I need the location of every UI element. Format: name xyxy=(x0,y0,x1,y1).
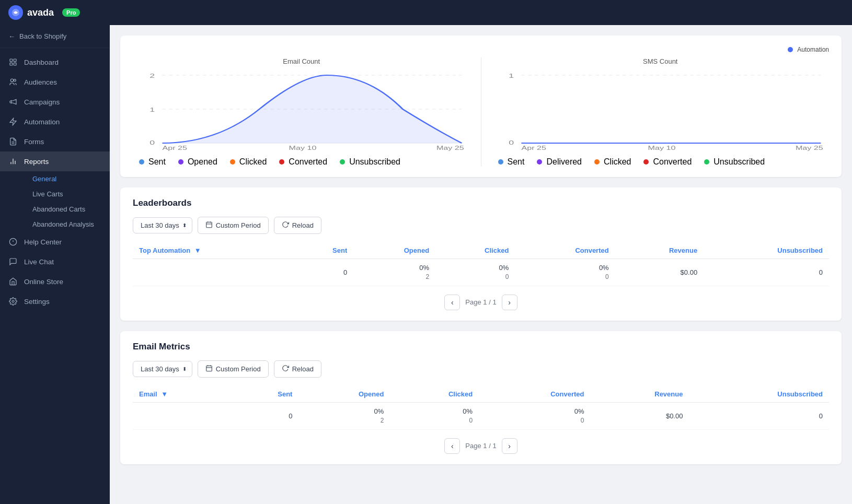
sidebar-item-dashboard[interactable]: Dashboard xyxy=(0,52,110,72)
sidebar-item-forms[interactable]: Forms xyxy=(0,132,110,151)
legend-sent: Sent xyxy=(139,157,166,167)
row-name xyxy=(133,259,294,286)
main-content: Automation Email Count 2 1 0 xyxy=(110,25,852,504)
svg-text:0: 0 xyxy=(149,139,155,146)
email-converted-header[interactable]: Converted xyxy=(479,386,590,403)
sms-legend: Sent Delivered Clicked xyxy=(492,157,830,167)
sms-legend-sent: Sent xyxy=(498,157,525,167)
sidebar-item-audiences[interactable]: Audiences xyxy=(0,72,110,92)
back-label: Back to Shopify xyxy=(19,32,66,40)
unsubscribed-dot xyxy=(340,159,345,165)
email-metrics-custom-period-btn[interactable]: Custom Period xyxy=(198,360,269,378)
sort-arrow: ▼ xyxy=(194,247,201,254)
sms-delivered-dot xyxy=(537,159,542,165)
svg-text:2: 2 xyxy=(149,73,155,79)
sms-sent-dot xyxy=(498,159,503,165)
store-icon xyxy=(8,277,18,286)
message-icon xyxy=(8,257,18,266)
converted-label: Converted xyxy=(289,157,327,167)
unsubscribed-label: Unsubscribed xyxy=(349,157,400,167)
email-row-name xyxy=(133,402,233,429)
sidebar-item-reports[interactable]: Reports xyxy=(0,151,110,171)
sidebar-item-campaigns[interactable]: Campaigns xyxy=(0,92,110,112)
legend-opened: Opened xyxy=(178,157,217,167)
email-revenue-header[interactable]: Revenue xyxy=(590,386,689,403)
sms-unsubscribed-dot xyxy=(704,159,709,165)
sms-sent-label: Sent xyxy=(508,157,525,167)
email-metrics-period-select[interactable]: Last 30 days ⬍ xyxy=(133,361,192,377)
email-metrics-header-row: Email ▼ Sent Opened Clicked Converted Re… xyxy=(133,386,829,403)
prev-page-btn[interactable]: ‹ xyxy=(444,295,460,310)
sms-legend-unsubscribed: Unsubscribed xyxy=(704,157,765,167)
back-to-shopify[interactable]: ← Back to Shopify xyxy=(0,25,110,48)
topbar: avada Pro xyxy=(0,0,852,25)
sidebar: ← Back to Shopify Dashboard Audiences xyxy=(0,25,110,504)
chart-header: Automation xyxy=(133,46,829,53)
bar-chart-icon xyxy=(8,157,18,166)
email-metrics-reload-btn[interactable]: Reload xyxy=(274,360,321,378)
sidebar-item-settings[interactable]: Settings xyxy=(0,291,110,311)
email-unsubscribed-header[interactable]: Unsubscribed xyxy=(689,386,829,403)
email-legend: Sent Opened Clicked xyxy=(133,157,470,167)
email-row-converted: 0% 0 xyxy=(479,402,590,429)
svg-rect-2 xyxy=(14,59,16,62)
email-custom-period-label: Custom Period xyxy=(216,365,261,373)
email-prev-page-btn[interactable]: ‹ xyxy=(444,438,460,454)
leaderboards-period-label: Last 30 days xyxy=(141,221,179,229)
sent-header[interactable]: Sent xyxy=(294,242,353,259)
opened-header[interactable]: Opened xyxy=(353,242,435,259)
clicked-header[interactable]: Clicked xyxy=(435,242,515,259)
sidebar-item-store[interactable]: Online Store xyxy=(0,272,110,291)
leaderboards-period-select[interactable]: Last 30 days ⬍ xyxy=(133,217,192,233)
email-chart-title: Email Count xyxy=(133,57,470,65)
opened-dot xyxy=(178,159,183,165)
email-clicked-header[interactable]: Clicked xyxy=(390,386,479,403)
sidebar-sub-item-abandonedcarts[interactable]: Abandoned Carts xyxy=(24,202,110,217)
svg-point-16 xyxy=(12,300,14,302)
email-chart-wrapper: Email Count 2 1 0 xyxy=(133,57,470,167)
logo: avada Pro xyxy=(8,5,80,20)
sidebar-nav: Dashboard Audiences Campaigns Automation xyxy=(0,48,110,504)
email-opened-header[interactable]: Opened xyxy=(298,386,390,403)
converted-header[interactable]: Converted xyxy=(515,242,615,259)
sent-label: Sent xyxy=(148,157,166,167)
sidebar-item-automation[interactable]: Automation xyxy=(0,112,110,132)
unsubscribed-header[interactable]: Unsubscribed xyxy=(704,242,829,259)
sidebar-item-help[interactable]: Help Center xyxy=(0,232,110,252)
email-metrics-pagination: ‹ Page 1 / 1 › xyxy=(133,438,829,454)
custom-period-label: Custom Period xyxy=(216,221,261,229)
opened-label: Opened xyxy=(188,157,217,167)
sidebar-item-label: Online Store xyxy=(24,278,63,286)
calendar-icon xyxy=(205,221,213,230)
email-metrics-card: Email Metrics Last 30 days ⬍ Custom Peri… xyxy=(120,331,842,464)
email-col-header[interactable]: Email ▼ xyxy=(133,386,233,403)
leaderboards-reload-btn[interactable]: Reload xyxy=(274,217,321,234)
email-sent-header[interactable]: Sent xyxy=(233,386,298,403)
sidebar-sub-item-livecarts[interactable]: Live Carts xyxy=(24,186,110,202)
users-icon xyxy=(8,77,18,87)
leaderboards-custom-period-btn[interactable]: Custom Period xyxy=(198,217,269,234)
email-table-row: 0 0% 2 0% 0 xyxy=(133,402,829,429)
leaderboards-card: Leaderboards Last 30 days ⬍ Custom Perio… xyxy=(120,187,842,321)
legend-converted: Converted xyxy=(279,157,327,167)
sidebar-sub-item-general[interactable]: General xyxy=(24,171,110,186)
email-next-page-btn[interactable]: › xyxy=(502,438,517,454)
sidebar-item-livechat[interactable]: Live Chat xyxy=(0,252,110,272)
revenue-header[interactable]: Revenue xyxy=(615,242,704,259)
sidebar-item-label: Help Center xyxy=(24,238,62,246)
leaderboards-toolbar: Last 30 days ⬍ Custom Period Reload xyxy=(133,217,829,234)
reload-icon xyxy=(282,221,289,230)
row-converted: 0% 0 xyxy=(515,259,615,286)
email-metrics-toolbar: Last 30 days ⬍ Custom Period Reload xyxy=(133,360,829,378)
leaderboards-table: Top Automation ▼ Sent Opened Clicked Con… xyxy=(133,242,829,286)
sidebar-item-label: Reports xyxy=(24,158,49,166)
next-page-btn[interactable]: › xyxy=(502,295,517,310)
sort-arrow2: ▼ xyxy=(161,390,168,398)
clicked-label: Clicked xyxy=(239,157,267,167)
svg-point-6 xyxy=(14,79,16,81)
sent-dot xyxy=(139,159,144,165)
sidebar-sub-item-abandonedanalysis[interactable]: Abandoned Analysis xyxy=(24,217,110,232)
sidebar-item-label: Settings xyxy=(24,298,50,306)
email-row-unsubscribed: 0 xyxy=(689,402,829,429)
top-automation-header[interactable]: Top Automation ▼ xyxy=(133,242,294,259)
